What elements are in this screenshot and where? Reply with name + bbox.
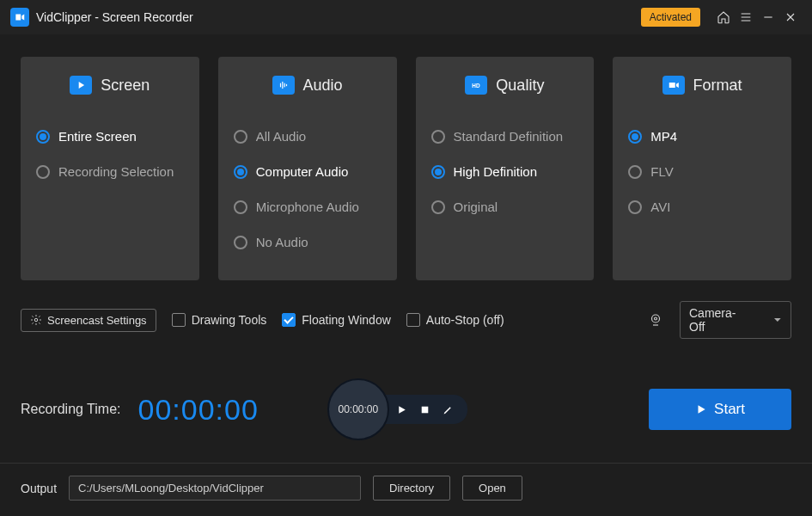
audio-card-header: Audio [234, 76, 382, 95]
menu-icon [739, 10, 753, 24]
svg-rect-0 [280, 83, 281, 88]
radio-icon [36, 165, 50, 179]
time-circle-text: 00:00:00 [339, 403, 379, 415]
output-row: Output C:/Users/MLoong/Desktop/VidClippe… [0, 463, 812, 513]
start-button[interactable]: Start [649, 389, 791, 430]
output-path-field[interactable]: C:/Users/MLoong/Desktop/VidClipper [69, 476, 361, 501]
format-card-header: Format [628, 76, 776, 95]
recording-time-label: Recording Time: [21, 402, 121, 417]
radio-icon [36, 130, 50, 144]
radio-all-audio[interactable]: All Audio [234, 119, 382, 154]
quality-card-title: Quality [496, 77, 544, 95]
radio-avi[interactable]: AVI [628, 189, 776, 224]
radio-computer-audio[interactable]: Computer Audio [234, 154, 382, 189]
home-icon [717, 10, 730, 24]
time-circle: 00:00:00 [327, 378, 389, 440]
minimize-button[interactable] [757, 6, 779, 28]
options-cards: Screen Entire Screen Recording Selection… [0, 34, 812, 296]
stop-icon [419, 404, 430, 415]
camera-icon [662, 76, 685, 95]
recording-row: Recording Time: 00:00:00 00:00:00 Start [0, 354, 812, 463]
radio-icon [431, 200, 445, 214]
svg-text:HD: HD [473, 83, 481, 89]
drawing-tools-label: Drawing Tools [192, 313, 267, 327]
radio-label: Original [454, 200, 498, 214]
radio-icon [431, 130, 445, 144]
checkbox-icon [172, 313, 186, 327]
start-button-label: Start [714, 401, 745, 418]
floating-window-checkbox[interactable]: Floating Window [282, 313, 391, 327]
radio-icon [234, 165, 247, 179]
quality-card: HD Quality Standard Definition High Defi… [416, 57, 595, 280]
radio-label: High Definition [454, 164, 538, 179]
screen-card: Screen Entire Screen Recording Selection [21, 57, 199, 280]
screen-card-title: Screen [101, 77, 150, 95]
screencast-settings-label: Screencast Settings [47, 314, 147, 327]
format-card: Format MP4 FLV AVI [613, 57, 791, 280]
radio-label: Microphone Audio [256, 200, 359, 214]
recording-timer: 00:00:00 [138, 393, 259, 427]
radio-no-audio[interactable]: No Audio [234, 224, 382, 260]
screen-icon [70, 76, 92, 95]
activated-badge: Activated [641, 8, 700, 27]
output-label: Output [21, 482, 57, 495]
menu-button[interactable] [735, 6, 757, 28]
play-icon [695, 403, 707, 415]
open-button[interactable]: Open [462, 476, 522, 501]
svg-point-6 [652, 315, 660, 322]
radio-mp4[interactable]: MP4 [628, 119, 776, 154]
edit-button[interactable] [443, 404, 454, 415]
play-icon [396, 404, 407, 415]
hd-icon: HD [465, 76, 487, 95]
radio-icon [234, 130, 247, 144]
radio-icon [628, 200, 642, 214]
stop-button[interactable] [419, 404, 430, 415]
play-button[interactable] [396, 404, 407, 415]
radio-icon [234, 236, 247, 249]
options-bar: Screencast Settings Drawing Tools Floati… [0, 296, 812, 354]
audio-card: Audio All Audio Computer Audio Microphon… [218, 57, 397, 280]
radio-microphone-audio[interactable]: Microphone Audio [234, 189, 382, 224]
home-button[interactable] [712, 6, 735, 28]
radio-label: AVI [650, 200, 670, 214]
svg-point-7 [655, 317, 657, 320]
audio-card-title: Audio [303, 77, 343, 95]
gear-icon [30, 314, 42, 326]
radio-flv[interactable]: FLV [628, 154, 776, 189]
svg-point-5 [34, 318, 38, 322]
svg-rect-2 [284, 83, 284, 88]
playback-controls: 00:00:00 [327, 378, 467, 440]
radio-label: MP4 [650, 129, 677, 144]
auto-stop-checkbox[interactable]: Auto-Stop (off) [406, 313, 504, 327]
radio-label: All Audio [256, 129, 306, 144]
audio-icon [272, 76, 295, 95]
format-card-title: Format [693, 77, 742, 95]
radio-label: Computer Audio [256, 164, 349, 179]
chevron-down-icon [773, 316, 782, 324]
svg-rect-8 [422, 406, 429, 413]
radio-icon [431, 165, 445, 179]
drawing-tools-checkbox[interactable]: Drawing Tools [172, 313, 267, 327]
checkbox-icon [282, 313, 296, 327]
radio-icon [628, 165, 642, 179]
floating-window-label: Floating Window [302, 313, 391, 327]
radio-label: Standard Definition [454, 129, 564, 144]
pencil-icon [443, 404, 454, 415]
radio-original[interactable]: Original [431, 189, 579, 224]
close-button[interactable] [779, 6, 802, 28]
camera-select[interactable]: Camera-Off [680, 301, 791, 339]
radio-icon [234, 200, 247, 214]
quality-card-header: HD Quality [431, 76, 579, 95]
radio-standard-definition[interactable]: Standard Definition [431, 119, 579, 154]
radio-entire-screen[interactable]: Entire Screen [36, 119, 184, 154]
radio-label: Entire Screen [58, 129, 137, 144]
radio-icon [628, 130, 642, 144]
radio-recording-selection[interactable]: Recording Selection [36, 154, 184, 189]
directory-button[interactable]: Directory [373, 476, 450, 501]
radio-high-definition[interactable]: High Definition [431, 154, 579, 189]
auto-stop-label: Auto-Stop (off) [426, 313, 504, 327]
svg-rect-1 [282, 82, 283, 89]
camera-select-label: Camera-Off [689, 306, 749, 334]
screencast-settings-button[interactable]: Screencast Settings [21, 309, 156, 332]
radio-label: FLV [650, 164, 673, 179]
